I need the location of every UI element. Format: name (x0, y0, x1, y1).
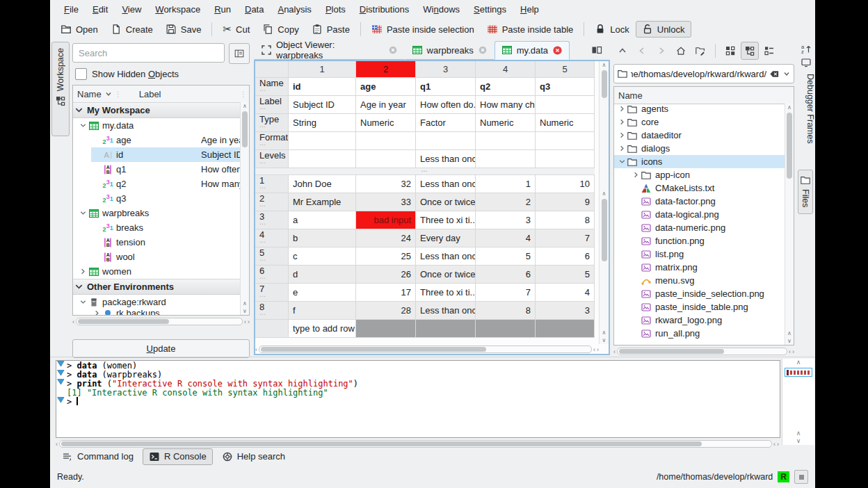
row-header-2[interactable]: 2⋯ (255, 193, 289, 211)
save-button[interactable]: Save (159, 21, 208, 38)
data-cell-r5c2[interactable]: 25 (356, 247, 416, 266)
split-view-button[interactable] (584, 40, 610, 60)
data-cell-r2c1[interactable]: Mr Example (289, 193, 356, 211)
data-cell-r5c5[interactable]: 6 (536, 247, 595, 266)
file-item-menu-svg[interactable]: menu.svg (614, 274, 785, 287)
expander-icon[interactable] (617, 131, 627, 139)
file-item-data-factor-png[interactable]: data-factor.png (614, 195, 785, 208)
name-column-header[interactable]: Name (73, 89, 102, 99)
tree-category-my-workspace[interactable]: My Workspace (73, 102, 241, 118)
row-handle[interactable]: ⋯ (259, 311, 266, 318)
data-cell-r7c4[interactable]: 7 (476, 284, 536, 302)
tree-item-id[interactable]: AidSubject ID (91, 147, 241, 162)
scroll-left-icon[interactable]: ‹ (255, 346, 257, 353)
scroll-up-icon[interactable]: ∧ (243, 300, 247, 307)
meta-cell-format-5[interactable] (536, 132, 595, 150)
tree-item-women[interactable]: women (77, 264, 241, 279)
close-tab-icon[interactable] (552, 45, 563, 56)
tree-item-q2[interactable]: 231q2How many ch... (91, 177, 241, 191)
meta-cell-label-5[interactable] (536, 96, 595, 114)
row-handle[interactable]: ⋯ (259, 184, 266, 192)
data-cell-r2c5[interactable]: 9 (536, 193, 595, 211)
scrollbar-thumb[interactable] (602, 199, 607, 261)
table-horizontal-scrollbar[interactable]: ‹ ‹ › (255, 345, 599, 354)
scroll-left-icon[interactable]: ‹ (773, 441, 775, 448)
toolview-help-search[interactable]: Help search (216, 448, 291, 465)
tree-item-q3[interactable]: 231q3 (91, 191, 241, 206)
meta-cell-type-5[interactable]: Numeric (536, 114, 595, 132)
menu-item-run[interactable]: Run (207, 1, 238, 17)
expander-icon[interactable] (77, 298, 88, 306)
open-button[interactable]: Open (54, 21, 104, 38)
scrollbar-thumb[interactable] (61, 441, 702, 446)
close-tab-icon[interactable] (478, 45, 488, 55)
row-handle[interactable]: ⋯ (259, 293, 266, 300)
column-header-1[interactable]: 1 (289, 61, 356, 78)
data-cell-r4c1[interactable]: b (289, 229, 356, 247)
scroll-down-icon[interactable]: ∨ (243, 307, 247, 315)
add-row-cell[interactable] (536, 320, 595, 338)
paste-inside-table-button[interactable]: Paste inside table (481, 21, 580, 38)
file-horizontal-scrollbar[interactable]: ‹ ‹ › (613, 347, 794, 356)
copy-button[interactable]: Copy (256, 21, 305, 38)
scroll-right-icon[interactable]: › (777, 441, 779, 448)
data-cell-r8c4[interactable]: 8 (476, 302, 536, 320)
expander-icon[interactable] (77, 268, 88, 275)
data-cell-r7c2[interactable]: 17 (356, 284, 416, 302)
name-column-header[interactable]: Name (614, 90, 643, 101)
menu-item-settings[interactable]: Settings (467, 1, 513, 17)
data-cell-r6c1[interactable]: d (289, 266, 356, 284)
menu-item-view[interactable]: View (115, 1, 148, 17)
expander-icon[interactable] (617, 118, 627, 126)
scroll-down-icon[interactable]: ∨ (796, 437, 801, 445)
debugger-frames-tab[interactable]: Debugger Frames (797, 74, 815, 144)
file-item-agents[interactable]: agents (614, 102, 785, 115)
scroll-left-icon[interactable]: ‹ (244, 318, 246, 325)
chevron-down-icon[interactable] (73, 106, 84, 115)
data-cell-r6c5[interactable]: 5 (536, 266, 595, 284)
tree-item-my-data[interactable]: my.data (77, 118, 241, 133)
scroll-up-icon[interactable]: ∧ (243, 102, 247, 110)
meta-cell-name-5[interactable]: q3 (536, 78, 595, 96)
meta-cell-levels-1[interactable] (289, 150, 356, 168)
data-cell-r6c3[interactable]: Once or twice... (416, 266, 476, 284)
add-row-cell[interactable] (476, 320, 536, 338)
menu-item-data[interactable]: Data (238, 1, 271, 17)
back-button[interactable] (633, 42, 651, 60)
scroll-up-icon[interactable]: ∧ (787, 104, 791, 111)
meta-cell-name-4[interactable]: q2 (476, 78, 536, 96)
workspace-horizontal-scrollbar[interactable]: ‹ ‹ › (72, 317, 250, 326)
data-cell-r8c5[interactable]: 3 (536, 302, 595, 320)
tree-item-package-rkward[interactable]: package:rkward (77, 295, 241, 309)
files-tool-tab[interactable]: Files (798, 170, 813, 214)
path-value[interactable]: home/thomas/develop/rkward/rkward/ (631, 69, 766, 79)
meta-cell-format-4[interactable] (476, 132, 536, 150)
column-header-5[interactable]: 5 (536, 61, 595, 78)
data-cell-r1c4[interactable]: 1 (476, 175, 536, 193)
create-button[interactable]: Create (104, 21, 159, 38)
file-vertical-scrollbar[interactable]: ∧ ∧ ∨ (785, 104, 794, 345)
show-hidden-checkbox[interactable] (75, 68, 87, 80)
file-item-core[interactable]: core (614, 115, 785, 129)
menu-item-help[interactable]: Help (513, 1, 546, 17)
tree-column-header[interactable]: Name ⋮ Label ⋮ (73, 86, 249, 103)
row-header-3[interactable]: 3⋯ (255, 211, 289, 229)
scrollbar-thumb[interactable] (602, 70, 607, 98)
stop-button[interactable] (794, 470, 808, 484)
meta-cell-label-3[interactable]: How often do... (416, 96, 476, 114)
close-tab-icon[interactable] (388, 45, 398, 55)
data-cell-r1c3[interactable]: Less than onc... (416, 175, 476, 193)
tree-item-breaks[interactable]: 231breaks (91, 220, 241, 235)
column-header-4[interactable]: 4 (476, 61, 536, 78)
tree-item-tension[interactable]: ABtension (91, 235, 241, 250)
tree-item-warpbreaks[interactable]: warpbreaks (77, 206, 241, 220)
row-handle[interactable]: ⋯ (259, 141, 266, 149)
path-combobox[interactable]: home/thomas/develop/rkward/rkward/ (613, 64, 794, 83)
menu-item-distributions[interactable]: Distributions (353, 1, 417, 17)
file-item-icons[interactable]: icons (614, 155, 785, 168)
data-cell-r2c3[interactable]: Once or twice... (416, 193, 476, 211)
expander-icon[interactable] (77, 209, 88, 217)
data-cell-r4c2[interactable]: 24 (356, 229, 416, 247)
scrollbar-thumb[interactable] (261, 347, 486, 352)
meta-cell-levels-5[interactable] (536, 150, 595, 168)
